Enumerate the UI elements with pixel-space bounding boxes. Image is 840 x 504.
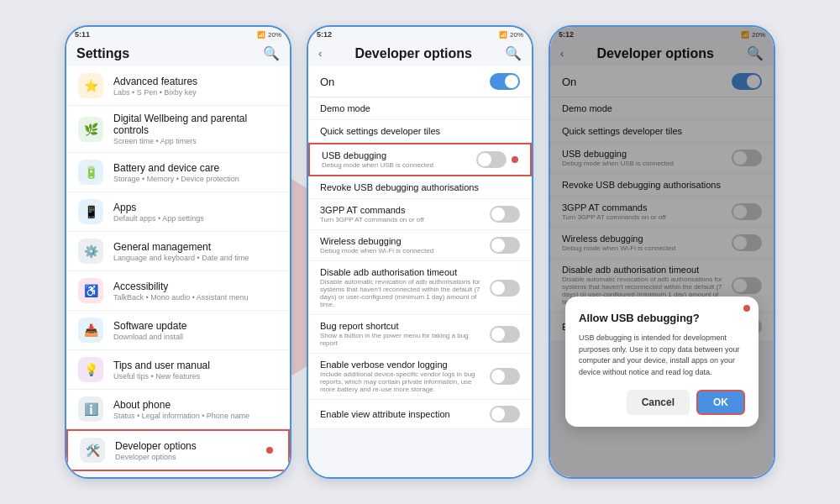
status-icons-1: 📶 20% [257, 31, 281, 39]
dialog-cancel-button[interactable]: Cancel [627, 390, 690, 415]
dev-usbdebug-2[interactable]: USB debugging Debug mode when USB is con… [308, 143, 532, 176]
settings-item-advanced[interactable]: ⭐ Advanced features Labs • S Pen • Bixby… [66, 66, 290, 106]
usbdebug-red-dot-2 [512, 156, 518, 163]
3gpp-toggle-2[interactable] [490, 206, 520, 223]
settings-item-general[interactable]: ⚙️ General management Language and keybo… [66, 232, 290, 271]
verbose-toggle-2[interactable] [490, 368, 520, 385]
settings-app-bar: Settings 🔍 [66, 40, 290, 66]
developer-toggle-row-2: On [308, 66, 532, 97]
settings-list: ⭐ Advanced features Labs • S Pen • Bixby… [66, 66, 290, 471]
phone-settings: 5:11 📶 20% Settings 🔍 ⭐ Advanced feature… [65, 25, 291, 479]
dialog-buttons: Cancel OK [579, 390, 745, 415]
developer-search-icon-2[interactable]: 🔍 [505, 45, 522, 61]
time-1: 5:11 [75, 30, 90, 39]
dev-3gpp-2[interactable]: 3GPP AT commands Turn 3GPP AT commands o… [308, 199, 532, 230]
wireless-toggle-2[interactable] [490, 237, 520, 254]
dev-adb-2[interactable]: Disable adb authorisation timeout Disabl… [308, 261, 532, 315]
dev-verbose-2[interactable]: Enable verbose vendor logging Include ad… [308, 354, 532, 400]
dev-bugreport-2[interactable]: Bug report shortcut Show a button in the… [308, 315, 532, 354]
developer-red-dot [266, 447, 273, 454]
settings-item-tips[interactable]: 💡 Tips and user manual Useful tips • New… [66, 350, 290, 390]
software-icon: 📥 [78, 318, 103, 343]
about-icon: ℹ️ [78, 396, 103, 422]
settings-item-battery[interactable]: 🔋 Battery and device care Storage • Memo… [66, 153, 290, 192]
dev-revoke-2[interactable]: Revoke USB debugging authorisations [308, 176, 532, 199]
settings-item-apps[interactable]: 📱 Apps Default apps • App settings [66, 192, 290, 232]
settings-item-about[interactable]: ℹ️ About phone Status • Legal informatio… [66, 390, 290, 429]
status-icons-2: 📶 20% [499, 31, 523, 39]
toggle-label-2: On [320, 76, 334, 88]
wellbeing-icon: 🌿 [78, 117, 103, 142]
dev-wireless-2[interactable]: Wireless debugging Debug mode when Wi-Fi… [308, 230, 532, 261]
dev-demo-mode-2[interactable]: Demo mode [308, 97, 532, 120]
tips-icon: 💡 [78, 357, 103, 382]
settings-title: Settings [76, 46, 129, 61]
apps-icon: 📱 [78, 199, 103, 224]
dev-quicktiles-2[interactable]: Quick settings developer tiles [308, 120, 532, 143]
developer-toggle-2[interactable] [490, 73, 520, 90]
back-button-2[interactable]: ‹ [318, 47, 322, 60]
developer-title-2: Developer options [354, 46, 472, 61]
time-2: 5:12 [317, 30, 332, 39]
settings-item-developer[interactable]: 🛠️ Developer options Developer options [66, 429, 290, 471]
viewattr-toggle-2[interactable] [490, 406, 520, 423]
settings-item-wellbeing[interactable]: 🌿 Digital Wellbeing and parental control… [66, 106, 290, 153]
settings-search-icon[interactable]: 🔍 [263, 45, 280, 61]
bugreport-toggle-2[interactable] [490, 326, 520, 343]
dev-viewattr-2[interactable]: Enable view attribute inspection [308, 400, 532, 429]
dialog-overlay: Allow USB debugging? USB debugging is in… [550, 27, 774, 477]
dialog-ok-button[interactable]: OK [696, 390, 745, 415]
status-bar-1: 5:11 📶 20% [66, 27, 290, 40]
developer-icon: 🛠️ [80, 438, 105, 463]
phone-usb-dialog: 5:12 📶 20% ‹ Developer options 🔍 On Demo… [549, 25, 775, 479]
settings-content: ⭐ Advanced features Labs • S Pen • Bixby… [66, 66, 290, 477]
developer-content-2: Demo mode Quick settings developer tiles… [308, 97, 532, 477]
developer-app-bar-2: ‹ Developer options 🔍 [308, 40, 532, 66]
phone-developer-options: 5:12 📶 20% ‹ Developer options 🔍 On Demo… [307, 25, 533, 479]
status-bar-2: 5:12 📶 20% [308, 27, 532, 40]
dialog-red-dot [743, 305, 750, 312]
settings-item-software[interactable]: 📥 Software update Download and install [66, 311, 290, 350]
adb-toggle-2[interactable] [490, 280, 520, 297]
usbdebug-toggle-2[interactable] [476, 151, 507, 168]
general-icon: ⚙️ [78, 239, 103, 264]
settings-item-accessibility[interactable]: ♿ Accessibility TalkBack • Mono audio • … [66, 271, 290, 311]
usb-debug-dialog: Allow USB debugging? USB debugging is in… [565, 297, 759, 427]
dialog-title: Allow USB debugging? [579, 312, 745, 324]
dialog-body: USB debugging is intended for developmen… [579, 333, 745, 378]
battery-icon: 🔋 [78, 160, 103, 185]
accessibility-icon: ♿ [78, 278, 103, 303]
advanced-icon: ⭐ [78, 73, 103, 98]
